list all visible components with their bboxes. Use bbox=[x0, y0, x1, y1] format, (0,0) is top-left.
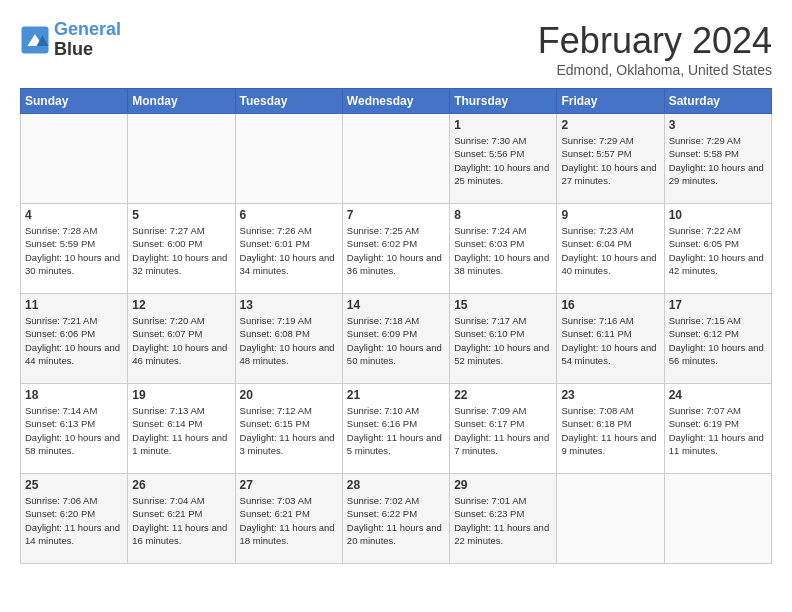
day-info: Sunrise: 7:17 AM Sunset: 6:10 PM Dayligh… bbox=[454, 314, 552, 367]
day-cell bbox=[342, 114, 449, 204]
day-cell: 25Sunrise: 7:06 AM Sunset: 6:20 PM Dayli… bbox=[21, 474, 128, 564]
day-info: Sunrise: 7:28 AM Sunset: 5:59 PM Dayligh… bbox=[25, 224, 123, 277]
week-row-3: 11Sunrise: 7:21 AM Sunset: 6:06 PM Dayli… bbox=[21, 294, 772, 384]
week-row-1: 1Sunrise: 7:30 AM Sunset: 5:56 PM Daylig… bbox=[21, 114, 772, 204]
day-info: Sunrise: 7:09 AM Sunset: 6:17 PM Dayligh… bbox=[454, 404, 552, 457]
day-number: 7 bbox=[347, 208, 445, 222]
logo: General Blue bbox=[20, 20, 121, 60]
day-info: Sunrise: 7:24 AM Sunset: 6:03 PM Dayligh… bbox=[454, 224, 552, 277]
day-number: 6 bbox=[240, 208, 338, 222]
day-number: 1 bbox=[454, 118, 552, 132]
day-cell: 11Sunrise: 7:21 AM Sunset: 6:06 PM Dayli… bbox=[21, 294, 128, 384]
day-header-friday: Friday bbox=[557, 89, 664, 114]
day-number: 27 bbox=[240, 478, 338, 492]
day-cell: 6Sunrise: 7:26 AM Sunset: 6:01 PM Daylig… bbox=[235, 204, 342, 294]
calendar-table: SundayMondayTuesdayWednesdayThursdayFrid… bbox=[20, 88, 772, 564]
day-number: 25 bbox=[25, 478, 123, 492]
calendar-subtitle: Edmond, Oklahoma, United States bbox=[538, 62, 772, 78]
calendar-title: February 2024 bbox=[538, 20, 772, 62]
day-info: Sunrise: 7:12 AM Sunset: 6:15 PM Dayligh… bbox=[240, 404, 338, 457]
day-number: 19 bbox=[132, 388, 230, 402]
day-number: 4 bbox=[25, 208, 123, 222]
day-cell: 17Sunrise: 7:15 AM Sunset: 6:12 PM Dayli… bbox=[664, 294, 771, 384]
day-cell bbox=[557, 474, 664, 564]
day-number: 8 bbox=[454, 208, 552, 222]
day-cell: 12Sunrise: 7:20 AM Sunset: 6:07 PM Dayli… bbox=[128, 294, 235, 384]
week-row-2: 4Sunrise: 7:28 AM Sunset: 5:59 PM Daylig… bbox=[21, 204, 772, 294]
day-cell: 9Sunrise: 7:23 AM Sunset: 6:04 PM Daylig… bbox=[557, 204, 664, 294]
day-info: Sunrise: 7:13 AM Sunset: 6:14 PM Dayligh… bbox=[132, 404, 230, 457]
day-info: Sunrise: 7:15 AM Sunset: 6:12 PM Dayligh… bbox=[669, 314, 767, 367]
day-header-thursday: Thursday bbox=[450, 89, 557, 114]
day-cell: 15Sunrise: 7:17 AM Sunset: 6:10 PM Dayli… bbox=[450, 294, 557, 384]
day-info: Sunrise: 7:10 AM Sunset: 6:16 PM Dayligh… bbox=[347, 404, 445, 457]
day-header-saturday: Saturday bbox=[664, 89, 771, 114]
week-row-5: 25Sunrise: 7:06 AM Sunset: 6:20 PM Dayli… bbox=[21, 474, 772, 564]
day-number: 29 bbox=[454, 478, 552, 492]
day-number: 11 bbox=[25, 298, 123, 312]
week-row-4: 18Sunrise: 7:14 AM Sunset: 6:13 PM Dayli… bbox=[21, 384, 772, 474]
page-header: General Blue February 2024 Edmond, Oklah… bbox=[20, 20, 772, 78]
day-info: Sunrise: 7:06 AM Sunset: 6:20 PM Dayligh… bbox=[25, 494, 123, 547]
day-number: 22 bbox=[454, 388, 552, 402]
day-header-tuesday: Tuesday bbox=[235, 89, 342, 114]
day-info: Sunrise: 7:19 AM Sunset: 6:08 PM Dayligh… bbox=[240, 314, 338, 367]
logo-text: General Blue bbox=[54, 20, 121, 60]
header-row: SundayMondayTuesdayWednesdayThursdayFrid… bbox=[21, 89, 772, 114]
day-cell: 29Sunrise: 7:01 AM Sunset: 6:23 PM Dayli… bbox=[450, 474, 557, 564]
day-cell: 13Sunrise: 7:19 AM Sunset: 6:08 PM Dayli… bbox=[235, 294, 342, 384]
day-info: Sunrise: 7:26 AM Sunset: 6:01 PM Dayligh… bbox=[240, 224, 338, 277]
day-number: 13 bbox=[240, 298, 338, 312]
day-info: Sunrise: 7:25 AM Sunset: 6:02 PM Dayligh… bbox=[347, 224, 445, 277]
day-number: 12 bbox=[132, 298, 230, 312]
day-cell: 1Sunrise: 7:30 AM Sunset: 5:56 PM Daylig… bbox=[450, 114, 557, 204]
day-number: 16 bbox=[561, 298, 659, 312]
day-header-sunday: Sunday bbox=[21, 89, 128, 114]
day-cell: 21Sunrise: 7:10 AM Sunset: 6:16 PM Dayli… bbox=[342, 384, 449, 474]
day-cell bbox=[235, 114, 342, 204]
day-cell: 3Sunrise: 7:29 AM Sunset: 5:58 PM Daylig… bbox=[664, 114, 771, 204]
day-number: 24 bbox=[669, 388, 767, 402]
day-number: 3 bbox=[669, 118, 767, 132]
day-cell: 19Sunrise: 7:13 AM Sunset: 6:14 PM Dayli… bbox=[128, 384, 235, 474]
day-number: 2 bbox=[561, 118, 659, 132]
day-info: Sunrise: 7:18 AM Sunset: 6:09 PM Dayligh… bbox=[347, 314, 445, 367]
day-cell: 7Sunrise: 7:25 AM Sunset: 6:02 PM Daylig… bbox=[342, 204, 449, 294]
day-cell: 26Sunrise: 7:04 AM Sunset: 6:21 PM Dayli… bbox=[128, 474, 235, 564]
day-cell: 10Sunrise: 7:22 AM Sunset: 6:05 PM Dayli… bbox=[664, 204, 771, 294]
day-cell: 5Sunrise: 7:27 AM Sunset: 6:00 PM Daylig… bbox=[128, 204, 235, 294]
day-number: 17 bbox=[669, 298, 767, 312]
day-info: Sunrise: 7:14 AM Sunset: 6:13 PM Dayligh… bbox=[25, 404, 123, 457]
day-number: 26 bbox=[132, 478, 230, 492]
day-info: Sunrise: 7:08 AM Sunset: 6:18 PM Dayligh… bbox=[561, 404, 659, 457]
day-number: 20 bbox=[240, 388, 338, 402]
day-info: Sunrise: 7:23 AM Sunset: 6:04 PM Dayligh… bbox=[561, 224, 659, 277]
day-cell: 2Sunrise: 7:29 AM Sunset: 5:57 PM Daylig… bbox=[557, 114, 664, 204]
day-number: 9 bbox=[561, 208, 659, 222]
day-info: Sunrise: 7:04 AM Sunset: 6:21 PM Dayligh… bbox=[132, 494, 230, 547]
day-cell: 8Sunrise: 7:24 AM Sunset: 6:03 PM Daylig… bbox=[450, 204, 557, 294]
day-header-monday: Monday bbox=[128, 89, 235, 114]
title-block: February 2024 Edmond, Oklahoma, United S… bbox=[538, 20, 772, 78]
day-info: Sunrise: 7:20 AM Sunset: 6:07 PM Dayligh… bbox=[132, 314, 230, 367]
day-number: 28 bbox=[347, 478, 445, 492]
day-header-wednesday: Wednesday bbox=[342, 89, 449, 114]
day-cell: 14Sunrise: 7:18 AM Sunset: 6:09 PM Dayli… bbox=[342, 294, 449, 384]
day-cell: 23Sunrise: 7:08 AM Sunset: 6:18 PM Dayli… bbox=[557, 384, 664, 474]
day-cell: 4Sunrise: 7:28 AM Sunset: 5:59 PM Daylig… bbox=[21, 204, 128, 294]
day-info: Sunrise: 7:07 AM Sunset: 6:19 PM Dayligh… bbox=[669, 404, 767, 457]
day-number: 21 bbox=[347, 388, 445, 402]
day-cell: 22Sunrise: 7:09 AM Sunset: 6:17 PM Dayli… bbox=[450, 384, 557, 474]
day-cell: 24Sunrise: 7:07 AM Sunset: 6:19 PM Dayli… bbox=[664, 384, 771, 474]
day-info: Sunrise: 7:02 AM Sunset: 6:22 PM Dayligh… bbox=[347, 494, 445, 547]
day-number: 15 bbox=[454, 298, 552, 312]
day-info: Sunrise: 7:29 AM Sunset: 5:58 PM Dayligh… bbox=[669, 134, 767, 187]
day-info: Sunrise: 7:01 AM Sunset: 6:23 PM Dayligh… bbox=[454, 494, 552, 547]
day-number: 5 bbox=[132, 208, 230, 222]
day-info: Sunrise: 7:22 AM Sunset: 6:05 PM Dayligh… bbox=[669, 224, 767, 277]
day-info: Sunrise: 7:29 AM Sunset: 5:57 PM Dayligh… bbox=[561, 134, 659, 187]
day-number: 14 bbox=[347, 298, 445, 312]
logo-icon bbox=[20, 25, 50, 55]
day-info: Sunrise: 7:27 AM Sunset: 6:00 PM Dayligh… bbox=[132, 224, 230, 277]
day-number: 10 bbox=[669, 208, 767, 222]
